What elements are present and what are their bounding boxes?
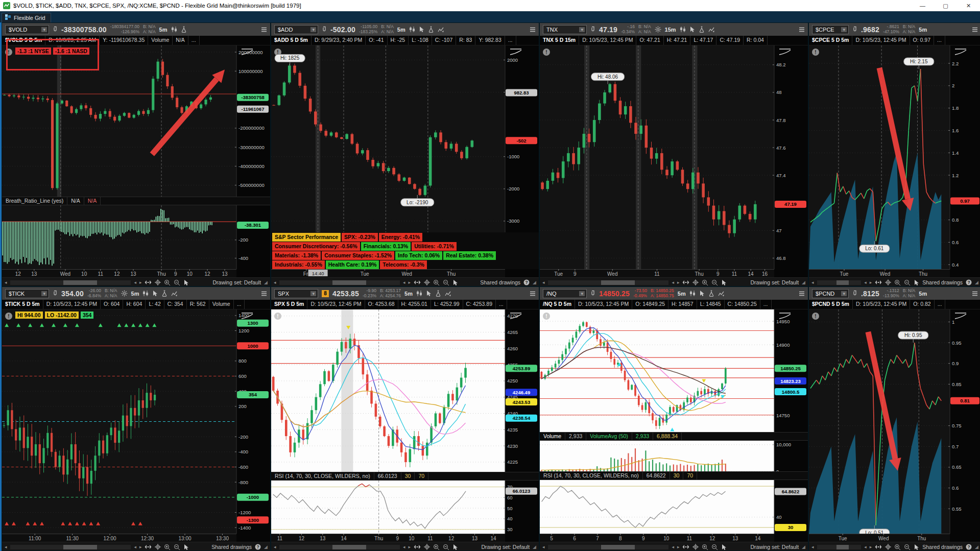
timeframe-button[interactable]: 5m [131,291,139,297]
scroll-left-arrow[interactable]: ◂ [5,544,7,549]
drawing-set-label[interactable]: Shared drawings [480,279,520,285]
zoom-in-icon[interactable] [164,544,171,550]
drawing-set-label[interactable]: Drawing set: Default [213,279,261,285]
drawing-set-label[interactable]: Shared drawings [922,279,963,285]
pointer-tool-icon[interactable] [914,279,919,286]
pan-chart-icon[interactable] [875,280,882,285]
symbol-dropdown[interactable]: TNX▾ [543,25,587,34]
pointer-tool-icon[interactable] [452,544,458,550]
crosshair-icon[interactable] [692,279,699,285]
pointer-tool-icon[interactable] [914,544,919,550]
chart-area-nq[interactable]: 14950149001475014850.2514823.2314800.5! [540,309,808,432]
chart-nq-study0[interactable]: 10,0000 [540,441,808,471]
zoom-in-icon[interactable] [433,544,440,550]
link-icon[interactable] [53,290,58,297]
scroll-step-right[interactable]: ▸ [870,280,872,285]
resize-grip[interactable]: ◢ [533,544,536,549]
chart-area-vold[interactable]: 200000000100000000-200000000-300000000-4… [2,45,270,197]
pan-chart-icon[interactable] [682,280,689,285]
studies-flask-icon[interactable] [181,26,187,33]
scroll-step-right[interactable]: ▸ [409,544,411,549]
chart-area-pcnd[interactable]: 10.950.90.850.750.70.650.60.550.81!Hi: 0… [809,309,980,534]
chart-area-spx[interactable]: 4270426542604255425042454240423542304225… [271,309,539,472]
zoom-out-icon[interactable] [711,544,718,550]
link-icon[interactable] [590,290,595,297]
scrollbar-thumb[interactable] [332,280,366,285]
drawing-tools-icon[interactable] [708,27,715,33]
scrollbar-track[interactable] [548,280,669,285]
resize-grip[interactable]: ◢ [975,280,978,285]
drawing-set-label[interactable]: Drawing set: Default [482,544,530,550]
crosshair-icon[interactable] [885,544,891,550]
time-axis[interactable]: 567891011121314 [540,534,808,542]
scroll-step-left[interactable]: ◂ [134,280,136,285]
link-icon[interactable] [852,290,857,297]
timeframe-button[interactable]: 5m [919,291,927,297]
pointer-tool-icon[interactable] [721,279,727,286]
resize-grip[interactable]: ◢ [264,280,268,285]
crosshair-icon[interactable] [885,279,891,285]
time-axis[interactable]: 11121314Thu91011121314 [271,534,539,542]
cursor-tool-icon[interactable] [419,26,424,33]
scroll-step-right[interactable]: ▸ [677,280,680,285]
drawing-tools-icon[interactable] [171,291,178,297]
panel-menu-icon[interactable] [972,27,978,32]
chart-tnx-main[interactable]: 48.24847.847.647.44746.847.19!Hi: 48.06 [540,45,808,269]
chart-area-add[interactable]: 20001000-1000-2000-3000982.83-502!Hi: 18… [271,45,539,232]
link-icon[interactable] [322,26,327,33]
scroll-step-right[interactable]: ▸ [677,544,680,549]
panel-menu-icon[interactable] [530,27,536,32]
cursor-tool-icon[interactable] [426,290,432,297]
symbol-dropdown[interactable]: $ADD▾ [274,25,318,34]
resize-grip[interactable]: ◢ [533,280,536,285]
studies-flask-icon[interactable] [435,290,441,297]
timeframe-button[interactable]: 5m [404,291,413,297]
candle-pattern-icon[interactable] [689,290,696,297]
study-chart-spx-0[interactable]: 706050403066.0123 [271,481,539,534]
timeframe-button[interactable]: 5m [919,27,927,33]
scroll-step-left[interactable]: ◂ [864,544,867,549]
pan-chart-icon[interactable] [145,280,152,285]
study-chart-vold-0[interactable]: -200-400-38.301 [2,205,270,269]
chart-pcnd-main[interactable]: 10.950.90.850.750.70.650.60.550.81!Hi: 0… [809,309,980,534]
scroll-left-arrow[interactable]: ◂ [811,544,814,549]
tab-flexible-grid[interactable]: Flexible Grid [2,13,51,22]
scroll-left-arrow[interactable]: ◂ [542,544,545,549]
gear-icon[interactable] [121,290,128,297]
chart-tick-main[interactable]: 14001200800600400200-200-400-600-800-120… [2,309,270,534]
time-axis[interactable]: TueWedThu [809,269,980,277]
symbol-dropdown[interactable]: $CPCE▾ [812,25,849,34]
drawing-tools-icon[interactable] [438,27,444,33]
crosshair-icon[interactable] [155,279,161,285]
drawing-tools-icon[interactable] [445,291,451,297]
chart-area-tnx[interactable]: 48.24847.847.647.44746.847.19!Hi: 48.06 [540,45,808,269]
crosshair-icon[interactable] [424,544,430,550]
pointer-tool-icon[interactable] [721,544,727,550]
candle-pattern-icon[interactable] [680,26,686,33]
panel-menu-icon[interactable] [799,291,805,296]
resize-grip[interactable]: ◢ [802,280,805,285]
scroll-left-arrow[interactable]: ◂ [274,280,276,285]
scrollbar-track[interactable] [817,545,862,549]
timeframe-button[interactable]: 5m [159,27,168,33]
pan-chart-icon[interactable] [414,280,421,285]
help-icon[interactable]: ? [255,544,261,550]
zoom-out-icon[interactable] [174,544,180,550]
panel-menu-icon[interactable] [261,27,267,32]
drawing-set-label[interactable]: Shared drawings [211,544,252,550]
zoom-in-icon[interactable] [702,279,708,286]
drawing-set-label[interactable]: Drawing set: Default [751,279,799,285]
zoom-in-icon[interactable] [164,279,171,286]
scroll-left-arrow[interactable]: ◂ [542,280,545,285]
zoom-in-icon[interactable] [433,279,440,286]
symbol-dropdown[interactable]: $PCND▾ [812,289,849,298]
scroll-step-left[interactable]: ◂ [403,280,405,285]
zoom-out-icon[interactable] [904,544,911,550]
scroll-step-right[interactable]: ▸ [409,280,411,285]
minimize-button[interactable]: — [911,0,934,11]
chart-spx-study0[interactable]: 706050403066.0123 [271,481,539,534]
study-chart-nq-1[interactable]: 4064.862230 [540,480,808,534]
timeframe-button[interactable]: 5m [397,27,405,33]
chart-area-cpce[interactable]: 2.221.81.61.41.20.80.60.40.97!Hi: 2.15Lo… [809,45,980,269]
scroll-step-right[interactable]: ▸ [139,280,142,285]
